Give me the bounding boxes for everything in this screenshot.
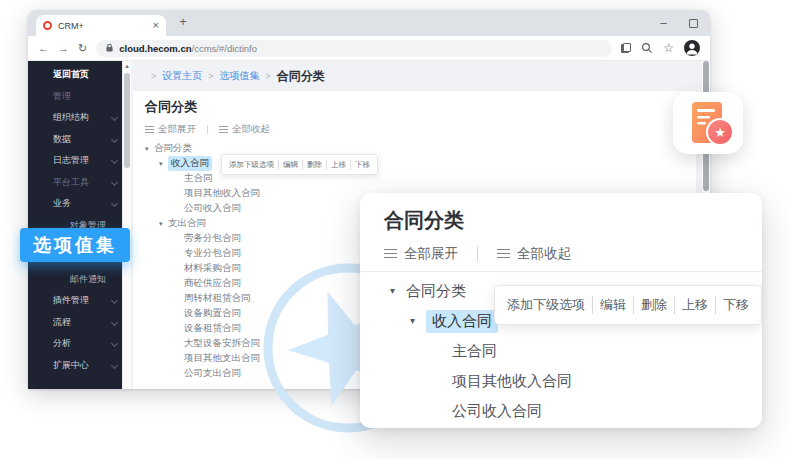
browser-tab-bar: CRM+ × + – [28,10,710,36]
tree-row[interactable]: ▾ 项目其他收入合同 [384,366,762,396]
document-star-icon: ★ [673,92,743,154]
tree-row[interactable]: ▾ 主合同 [384,336,762,366]
overlay-tree-toolbar: 全部展开 全部收起 [384,245,762,263]
profile-avatar[interactable] [684,40,700,56]
page: CRM+ × + – ← → ↻ cloud.hecom.cn/ccms/#/d… [0,0,792,459]
browser-url-bar: ← → ↻ cloud.hecom.cn/ccms/#/dictinfo ☆ [28,36,710,61]
collapse-all-button[interactable]: 全部收起 [232,123,270,136]
sidebar-item[interactable]: 平台工具 [28,172,122,194]
chevron-down-icon [111,340,118,347]
new-tab-button[interactable]: + [174,14,192,29]
magnified-panel: 合同分类 全部展开 全部收起 ▾ 合同分类 ▾ 收入合同 [360,193,762,428]
action-menu-item[interactable]: 编辑 [592,296,626,314]
action-menu-item[interactable]: 添加下级选项 [507,296,585,314]
action-menu-item[interactable]: 下移 [715,296,749,314]
browser-tab[interactable]: CRM+ × [36,15,166,36]
forward-icon[interactable]: → [58,43,69,54]
address-input[interactable]: cloud.hecom.cn/ccms/#/dictinfo [96,40,612,57]
bookmark-star-icon[interactable]: ☆ [663,42,674,54]
expand-all-button[interactable]: 全部展开 [158,123,196,136]
breadcrumb-separator: > [151,71,156,81]
toolbar-divider [477,247,478,261]
action-menu-item[interactable]: 上移 [326,160,346,170]
lock-icon [105,43,114,53]
scroll-up-icon[interactable]: ▲ [123,63,131,69]
chevron-down-icon [111,319,118,326]
collapse-all-button[interactable]: 全部收起 [517,245,571,263]
pages-icon[interactable] [621,43,631,53]
action-menu-item[interactable]: 上移 [674,296,708,314]
caret-down-icon[interactable]: ▾ [145,145,154,152]
option-set-callout[interactable]: 选项值集 [20,228,130,262]
url-bar-actions: ☆ [621,40,700,56]
row-action-menu: 添加下级选项编辑删除上移下移 [221,154,378,175]
site-favicon-icon [43,21,52,30]
breadcrumb: > 设置主页 > 选项值集 > 合同分类 [131,61,702,91]
chevron-down-icon [111,157,118,164]
tree-toolbar: 全部展开 全部收起 [145,123,696,135]
collapse-all-icon [219,126,228,133]
toolbar-divider [207,125,208,134]
action-menu-item[interactable]: 添加下级选项 [229,160,274,170]
caret-down-icon[interactable]: ▾ [410,316,426,326]
sidebar-scrollbar[interactable]: ▲ [122,61,131,389]
overlay-title: 合同分类 [384,209,762,231]
expand-all-icon [145,126,154,133]
page-title: 合同分类 [145,99,696,115]
sidebar-item[interactable]: 日志管理 [28,150,122,172]
reload-icon[interactable]: ↻ [78,43,87,54]
action-menu-item[interactable]: 删除 [633,296,667,314]
url-text: cloud.hecom.cn/ccms/#/dictinfo [119,43,257,54]
breadcrumb-link[interactable]: 设置主页 [162,69,202,83]
row-action-menu: 添加下级选项编辑删除上移下移 [494,285,762,325]
dictionary-doc-badge: ★ [673,92,743,154]
svg-text:★: ★ [714,125,726,140]
sidebar-item[interactable]: 邮件通知 [28,269,122,291]
caret-down-icon[interactable]: ▾ [159,160,168,167]
action-menu-item[interactable]: 编辑 [278,160,298,170]
tab-close-icon[interactable]: × [153,20,159,31]
action-menu-item[interactable]: 删除 [302,160,322,170]
sidebar-item[interactable]: 流程 [28,312,122,334]
divider [360,271,762,272]
sidebar-item[interactable]: 组织结构 [28,107,122,129]
caret-down-icon[interactable]: ▾ [390,286,406,296]
caret-down-icon[interactable]: ▾ [159,220,168,227]
chevron-down-icon [111,362,118,369]
zoom-icon[interactable] [641,42,653,54]
expand-all-icon [384,249,397,259]
sidebar-nav: 返回首页 管理 组织结构 [28,61,122,389]
chevron-down-icon [111,136,118,143]
minimize-button[interactable]: – [660,17,667,29]
expand-all-button[interactable]: 全部展开 [404,245,458,263]
sidebar-item[interactable]: 插件管理 [28,290,122,312]
breadcrumb-link[interactable]: 合同分类 [277,68,325,85]
maximize-button[interactable] [689,19,698,28]
sidebar-item[interactable]: 数据 [28,129,122,151]
sidebar-item[interactable]: 管理 [28,86,122,108]
collapse-all-icon [497,249,510,259]
sidebar-item[interactable]: 业务 [28,193,122,215]
chevron-down-icon [111,200,118,207]
breadcrumb-link[interactable]: 选项值集 [220,69,260,83]
chevron-down-icon [111,114,118,121]
chevron-down-icon [111,297,118,304]
sidebar-item[interactable]: 分析 [28,333,122,355]
tab-title: CRM+ [58,21,84,31]
sidebar-item[interactable]: 扩展中心 [28,355,122,377]
breadcrumb-separator: > [266,71,271,81]
chevron-down-icon [111,179,118,186]
action-menu-item[interactable]: 下移 [350,160,370,170]
tree-row[interactable]: ▾ 公司收入合同 [384,396,762,426]
breadcrumb-separator: > [208,71,213,81]
sidebar-scrollbar-thumb[interactable] [124,73,130,168]
back-icon[interactable]: ← [38,43,49,54]
overlay-contract-tree: ▾ 合同分类 ▾ 收入合同 ▾ 主合同 ▾ 项 [384,276,762,426]
sidebar-item[interactable]: 返回首页 [28,64,122,86]
window-controls: – [660,10,698,36]
